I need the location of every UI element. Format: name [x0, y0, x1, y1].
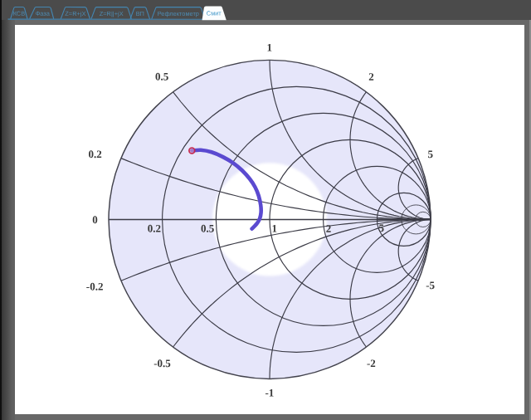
svg-text:ВП: ВП	[136, 10, 144, 17]
svg-text:2: 2	[326, 222, 332, 235]
svg-text:Z=R||+jX: Z=R||+jX	[100, 10, 124, 17]
svg-text:5: 5	[427, 148, 433, 160]
svg-text:Рефлектометр: Рефлектометр	[158, 10, 199, 17]
svg-text:КСВ: КСВ	[13, 10, 26, 17]
svg-text:5: 5	[378, 222, 384, 234]
svg-text:Z=R+jX: Z=R+jX	[65, 10, 85, 17]
svg-text:-5: -5	[426, 279, 435, 291]
svg-text:Фаза: Фаза	[36, 10, 51, 17]
svg-text:1: 1	[271, 222, 277, 235]
svg-text:-1: -1	[265, 386, 274, 398]
svg-text:0.5: 0.5	[201, 222, 215, 234]
svg-text:0.2: 0.2	[148, 222, 161, 234]
svg-text:-0.5: -0.5	[153, 357, 171, 369]
svg-text:0: 0	[92, 213, 98, 226]
svg-text:0.2: 0.2	[89, 148, 102, 160]
svg-text:0.5: 0.5	[155, 70, 169, 82]
svg-text:Смит: Смит	[207, 10, 222, 17]
svg-text:-0.2: -0.2	[86, 281, 104, 293]
svg-text:-2: -2	[367, 357, 376, 369]
svg-text:1: 1	[267, 41, 273, 53]
svg-text:2: 2	[368, 71, 374, 83]
